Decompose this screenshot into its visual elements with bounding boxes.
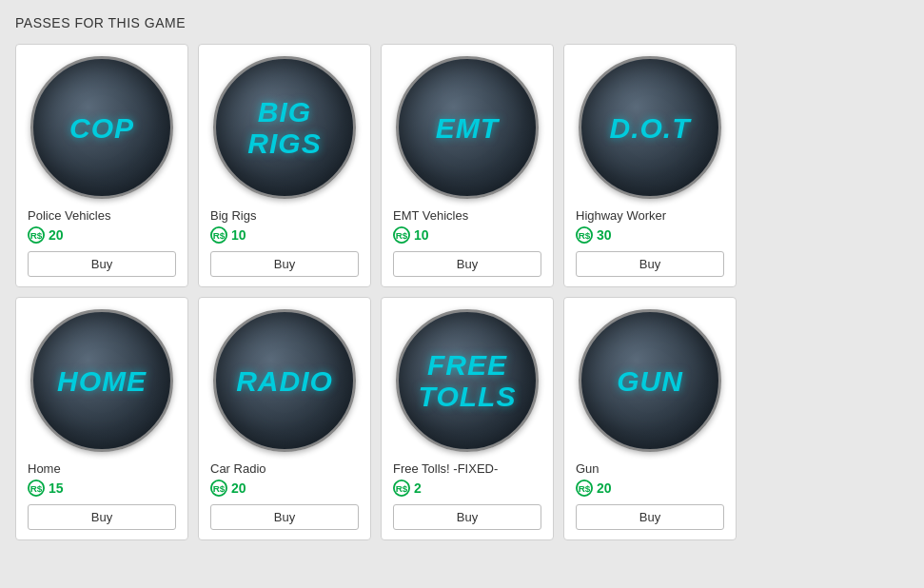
buy-button-emt[interactable]: Buy [393,251,541,277]
pass-icon-text-gun: GUN [609,365,691,397]
pass-price-value-emt: 10 [414,227,429,243]
pass-name-radio: Car Radio [210,461,359,476]
buy-button-dot[interactable]: Buy [576,251,724,277]
pass-icon-text-radio: RADIO [228,365,341,397]
pass-name-dot: Highway Worker [576,208,724,223]
pass-icon-radio: RADIO [213,309,356,452]
pass-price-free-tolls: R$ 2 [393,480,541,497]
robux-icon: R$ [576,226,593,244]
pass-card-gun: GUNGun R$ 20Buy [563,297,737,540]
svg-text:R$: R$ [213,483,226,494]
pass-price-cop: R$ 20 [28,226,176,244]
svg-text:R$: R$ [30,483,43,494]
pass-card-big-rigs: BIGRIGSBig Rigs R$ 10Buy [198,44,371,287]
pass-price-gun: R$ 20 [576,480,724,497]
pass-name-big-rigs: Big Rigs [210,208,359,223]
pass-price-dot: R$ 30 [576,226,724,244]
robux-icon: R$ [210,226,227,244]
pass-icon-text-big-rigs: BIGRIGS [240,96,328,159]
pass-icon-text-dot: D.O.T [602,112,698,144]
pass-price-emt: R$ 10 [393,226,541,244]
pass-icon-emt: EMT [396,56,539,199]
pass-card-home: HOMEHome R$ 15Buy [15,297,188,540]
pass-icon-home: HOME [30,309,173,452]
pass-price-value-home: 15 [49,480,64,496]
pass-price-value-big-rigs: 10 [231,227,246,243]
buy-button-home[interactable]: Buy [28,504,176,530]
pass-icon-text-cop: COP [62,112,142,144]
pass-name-cop: Police Vehicles [28,208,176,223]
svg-text:R$: R$ [579,483,591,494]
pass-name-emt: EMT Vehicles [393,208,541,223]
pass-icon-cop: COP [30,56,173,199]
pass-name-home: Home [28,461,176,476]
robux-icon: R$ [393,226,410,244]
pass-name-gun: Gun [576,461,724,476]
robux-icon: R$ [28,226,45,244]
buy-button-big-rigs[interactable]: Buy [210,251,359,277]
passes-grid: COPPolice Vehicles R$ 20BuyBIGRIGSBig Ri… [15,44,909,540]
svg-text:R$: R$ [213,230,226,241]
robux-icon: R$ [576,480,593,497]
pass-name-free-tolls: Free Tolls! -FIXED- [393,461,541,476]
pass-icon-gun: GUN [579,309,721,452]
buy-button-gun[interactable]: Buy [576,504,724,530]
pass-card-emt: EMTEMT Vehicles R$ 10Buy [381,44,554,287]
page-title: PASSES FOR THIS GAME [15,15,909,30]
svg-text:R$: R$ [396,230,408,241]
pass-price-value-cop: 20 [49,227,64,243]
pass-icon-text-emt: EMT [428,112,506,144]
pass-card-radio: RADIOCar Radio R$ 20Buy [198,297,371,540]
pass-price-radio: R$ 20 [210,480,359,497]
robux-icon: R$ [393,480,410,497]
pass-price-home: R$ 15 [28,480,176,497]
pass-price-value-dot: 30 [597,227,612,243]
pass-icon-text-free-tolls: FREETOLLS [411,349,524,412]
robux-icon: R$ [210,480,227,497]
pass-card-cop: COPPolice Vehicles R$ 20Buy [15,44,188,287]
pass-card-dot: D.O.THighway Worker R$ 30Buy [563,44,737,287]
pass-icon-dot: D.O.T [579,56,721,199]
pass-icon-free-tolls: FREETOLLS [396,309,539,452]
pass-card-free-tolls: FREETOLLSFree Tolls! -FIXED- R$ 2Buy [381,297,554,540]
buy-button-cop[interactable]: Buy [28,251,176,277]
pass-price-value-gun: 20 [597,480,612,496]
buy-button-radio[interactable]: Buy [210,504,359,530]
pass-icon-big-rigs: BIGRIGS [213,56,356,199]
pass-price-value-free-tolls: 2 [414,480,422,496]
svg-text:R$: R$ [579,230,591,241]
pass-icon-text-home: HOME [49,365,154,397]
pass-price-value-radio: 20 [231,480,246,496]
buy-button-free-tolls[interactable]: Buy [393,504,541,530]
svg-text:R$: R$ [30,230,43,241]
pass-price-big-rigs: R$ 10 [210,226,359,244]
svg-text:R$: R$ [396,483,408,494]
robux-icon: R$ [28,480,45,497]
